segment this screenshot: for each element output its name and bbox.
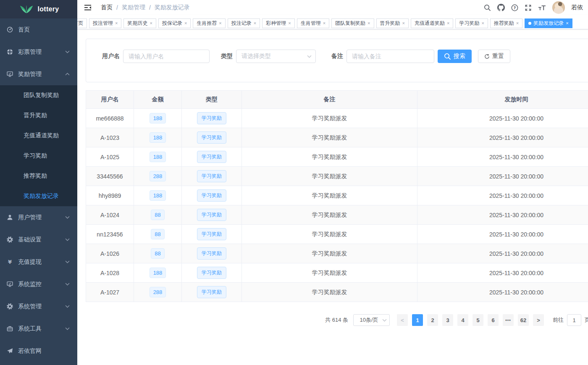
page-button-62[interactable]: 62 <box>518 314 529 326</box>
tab-团队复制奖励[interactable]: 团队复制奖励× <box>331 18 374 28</box>
sidebar-item-充值提现[interactable]: ¥充值提现 <box>0 251 77 273</box>
refresh-icon <box>484 54 490 59</box>
tab-推荐奖励[interactable]: 推荐奖励× <box>490 18 522 28</box>
navbar-right: ? 若依 <box>484 1 583 14</box>
remark-input[interactable] <box>346 50 434 63</box>
breadcrumb-item[interactable]: 首页 <box>101 4 113 11</box>
close-icon[interactable]: × <box>150 21 152 26</box>
cell-time: 2025-11-30 20:00:00 <box>417 128 588 147</box>
table-header-row: 用户名金额类型备注发放时间 <box>86 91 588 109</box>
monitor-icon <box>6 281 13 287</box>
type-badge: 学习奖励 <box>197 247 226 260</box>
cell-remark: 学习奖励派发 <box>242 205 417 225</box>
app-logo[interactable]: lottery <box>0 0 77 18</box>
sidebar-item-用户管理[interactable]: 用户管理 <box>0 206 77 228</box>
sidebar-item-若依官网[interactable]: 若依官网 <box>0 340 77 362</box>
goto-page-input[interactable] <box>567 314 581 326</box>
sidebar-item-label: 基础设置 <box>18 236 42 244</box>
tab-奖期历史[interactable]: 奖期历史× <box>123 18 156 28</box>
cell-type: 学习奖励 <box>182 244 242 263</box>
close-icon[interactable]: × <box>481 21 484 26</box>
page-button-6[interactable]: 6 <box>488 314 499 326</box>
cell-amount: 88 <box>134 225 182 244</box>
github-icon[interactable] <box>497 4 505 11</box>
table-row: A-102688学习奖励学习奖励派发2025-11-30 20:00:00 <box>86 244 588 263</box>
sidebar-subitem-推荐奖励[interactable]: 推荐奖励 <box>0 166 77 186</box>
sidebar-subitem-学习奖励[interactable]: 学习奖励 <box>0 146 77 166</box>
close-icon[interactable]: × <box>447 21 449 26</box>
breadcrumb-separator: / <box>149 4 151 11</box>
cell-type: 学习奖励 <box>182 109 242 128</box>
sidebar-subitem-奖励发放记录[interactable]: 奖励发放记录 <box>0 186 77 206</box>
page-size-select[interactable]: 10条/页 <box>353 314 390 326</box>
sidebar-item-label: 系统管理 <box>18 303 42 310</box>
search-icon[interactable] <box>484 4 491 11</box>
table-row: A-1027288学习奖励学习奖励派发2025-11-30 20:00:00 <box>86 283 588 302</box>
reset-button[interactable]: 重置 <box>478 50 510 63</box>
search-button[interactable]: 搜索 <box>438 50 472 63</box>
tab-学习奖励[interactable]: 学习奖励× <box>455 18 488 28</box>
sidebar-item-首页[interactable]: 首页 <box>0 18 77 41</box>
table-row: A-1023188学习奖励学习奖励派发2025-11-30 20:00:00 <box>86 128 588 147</box>
close-icon[interactable]: × <box>402 21 405 26</box>
tab-投注管理[interactable]: 投注管理× <box>89 18 121 28</box>
close-icon[interactable]: × <box>219 21 221 26</box>
cell-amount: 188 <box>134 147 182 167</box>
sidebar-item-系统监控[interactable]: 系统监控 <box>0 273 77 295</box>
close-icon[interactable]: × <box>368 21 370 26</box>
remark-label: 备注 <box>331 53 343 60</box>
amount-badge: 88 <box>151 210 164 220</box>
cell-remark: 学习奖励派发 <box>242 225 417 244</box>
cell-username: A-1027 <box>86 283 134 302</box>
page-button-5[interactable]: 5 <box>472 314 483 326</box>
breadcrumb-separator: / <box>116 4 118 11</box>
tab-label: 生肖管理 <box>301 20 321 27</box>
more-pages-button[interactable]: ••• <box>503 314 514 326</box>
username[interactable]: 若依 <box>571 4 583 11</box>
sidebar-subitem-晋升奖励[interactable]: 晋升奖励 <box>0 105 77 126</box>
font-size-icon[interactable] <box>538 5 546 11</box>
sidebar-item-奖励管理[interactable]: 奖励管理 <box>0 63 77 85</box>
tab-奖励发放记录[interactable]: 奖励发放记录× <box>525 18 572 28</box>
question-icon[interactable]: ? <box>511 4 518 11</box>
close-icon[interactable]: × <box>323 21 326 26</box>
table-row: me666888188学习奖励学习奖励派发2025-11-30 20:00:00 <box>86 109 588 128</box>
page-button-4[interactable]: 4 <box>457 314 468 326</box>
close-icon[interactable]: × <box>254 21 256 26</box>
hamburger-icon[interactable] <box>84 4 92 11</box>
tab-生肖推荐[interactable]: 生肖推荐× <box>193 18 225 28</box>
sidebar-subitem-充值通道奖励[interactable]: 充值通道奖励 <box>0 126 77 146</box>
username-input[interactable] <box>123 50 210 63</box>
sidebar-subitem-团队复制奖励[interactable]: 团队复制奖励 <box>0 85 77 105</box>
tab-label: 投注管理 <box>93 20 113 27</box>
sidebar-item-彩票管理[interactable]: 彩票管理 <box>0 41 77 63</box>
tab-首页[interactable]: 首页 <box>77 18 87 28</box>
sidebar-item-label: 充值提现 <box>18 258 42 266</box>
tab-彩种管理[interactable]: 彩种管理× <box>262 18 294 28</box>
sidebar-item-系统管理[interactable]: 系统管理 <box>0 295 77 318</box>
type-select[interactable]: 请选择类型 <box>236 50 316 63</box>
close-icon[interactable]: × <box>184 21 187 26</box>
sidebar-item-基础设置[interactable]: 基础设置 <box>0 228 77 251</box>
page-button-2[interactable]: 2 <box>427 314 438 326</box>
tab-投保记录[interactable]: 投保记录× <box>158 18 191 28</box>
sidebar-item-系统工具[interactable]: 系统工具 <box>0 318 77 340</box>
tab-晋升奖励[interactable]: 晋升奖励× <box>376 18 409 28</box>
tab-投注记录[interactable]: 投注记录× <box>228 18 260 28</box>
close-icon[interactable]: × <box>115 21 118 26</box>
page-button-3[interactable]: 3 <box>442 314 453 326</box>
tab-充值通道奖励[interactable]: 充值通道奖励× <box>411 18 453 28</box>
avatar[interactable] <box>552 1 565 14</box>
close-icon[interactable]: × <box>566 21 568 26</box>
sidebar-item-label: 系统监控 <box>18 281 42 288</box>
next-page-button[interactable]: > <box>533 314 544 326</box>
prev-page-button[interactable]: < <box>397 314 408 326</box>
close-icon[interactable]: × <box>516 21 519 26</box>
fullscreen-icon[interactable] <box>525 4 532 11</box>
close-icon[interactable]: × <box>288 21 291 26</box>
tab-生肖管理[interactable]: 生肖管理× <box>297 18 329 28</box>
page-button-1[interactable]: 1 <box>412 314 423 326</box>
chevron-down-icon <box>65 238 70 241</box>
tabs-bar: 首页投注管理×奖期历史×投保记录×生肖推荐×投注记录×彩种管理×生肖管理×团队复… <box>77 15 588 29</box>
chevron-down-icon <box>382 319 387 322</box>
